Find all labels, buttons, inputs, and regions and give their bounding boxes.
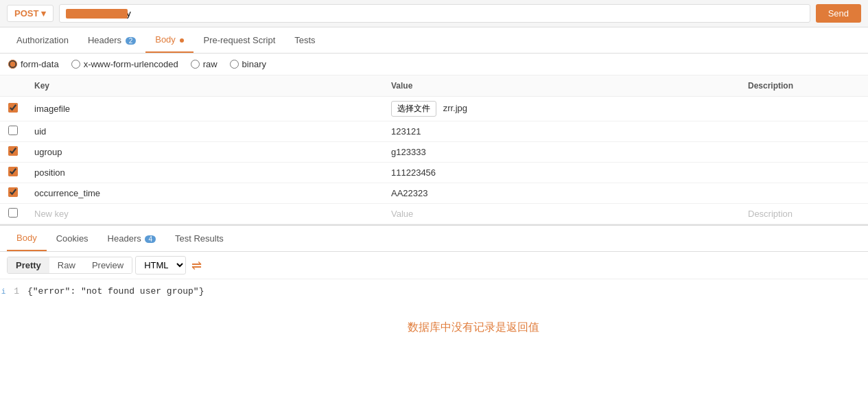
pretty-button[interactable]: Pretty [8, 257, 49, 273]
radio-binary[interactable]: binary [230, 59, 266, 69]
table-row: occurrence_time AA22323 [0, 183, 868, 204]
value-cell-imagefile: 选择文件 zrr.jpg [383, 97, 740, 121]
table-row: ugroup g123333 [0, 142, 868, 163]
new-row: New key Value Description [0, 204, 868, 224]
tab-tests[interactable]: Tests [285, 28, 325, 52]
bottom-tab-headers[interactable]: Headers 4 [98, 226, 165, 250]
key-cell-occurrence-time: occurrence_time [26, 183, 383, 204]
desc-cell-position [740, 163, 868, 183]
row-checkbox-imagefile[interactable] [8, 103, 18, 113]
code-content: {"error": "not found user group"} [27, 286, 204, 296]
value-cell-uid: 123121 [383, 121, 740, 142]
tab-authorization[interactable]: Authorization [7, 28, 78, 52]
code-area: i 1 {"error": "not found user group"} 数据… [0, 279, 868, 382]
new-key-cell[interactable]: New key [26, 204, 383, 224]
url-input-container [59, 4, 810, 23]
choose-file-button[interactable]: 选择文件 [391, 101, 436, 117]
new-desc-cell[interactable]: Description [740, 204, 868, 224]
radio-raw[interactable]: raw [191, 59, 218, 69]
radio-form-data[interactable]: form-data [8, 59, 59, 69]
url-input[interactable] [59, 4, 810, 23]
bottom-headers-badge: 4 [145, 235, 156, 243]
raw-button[interactable]: Raw [49, 257, 84, 273]
th-key: Key [26, 75, 383, 97]
new-value-cell[interactable]: Value [383, 204, 740, 224]
desc-cell-imagefile [740, 97, 868, 121]
desc-cell-occurrence-time [740, 183, 868, 204]
response-toolbar: Pretty Raw Preview HTML JSON XML Text ⇌ [0, 252, 868, 279]
table-row: position 111223456 [0, 163, 868, 183]
headers-badge: 2 [126, 37, 137, 45]
value-cell-position: 111223456 [383, 163, 740, 183]
th-value: Value [383, 75, 740, 97]
th-checkbox [0, 75, 26, 97]
send-button[interactable]: Send [816, 4, 861, 23]
body-type-row: form-data x-www-form-urlencoded raw bina… [0, 54, 868, 75]
body-dot [180, 38, 184, 43]
bottom-tab-nav: Body Cookies Headers 4 Test Results [0, 226, 868, 252]
bottom-tab-cookies[interactable]: Cookies [47, 226, 98, 250]
radio-urlencoded[interactable]: x-www-form-urlencoded [71, 59, 178, 69]
bottom-tab-test-results[interactable]: Test Results [165, 226, 233, 250]
row-checkbox-position[interactable] [8, 167, 18, 176]
row-checkbox-occurrence-time[interactable] [8, 187, 18, 197]
file-name: zrr.jpg [443, 103, 467, 113]
row-checkbox-uid[interactable] [8, 126, 18, 135]
method-selector[interactable]: POST ▾ [7, 5, 54, 22]
preview-button[interactable]: Preview [84, 257, 132, 273]
info-icon: i [1, 288, 6, 296]
annotation-text: 数据库中没有记录是返回值 [408, 320, 539, 335]
new-row-checkbox[interactable] [8, 208, 18, 218]
table-row: uid 123121 [0, 121, 868, 142]
row-checkbox-ugroup[interactable] [8, 146, 18, 156]
form-table: Key Value Description imagefile 选择文件 zrr… [0, 75, 868, 224]
value-cell-ugroup: g123333 [383, 142, 740, 163]
wrap-icon[interactable]: ⇌ [191, 258, 202, 273]
tab-pre-request-script[interactable]: Pre-request Script [193, 28, 285, 52]
url-bar: POST ▾ Send [0, 0, 868, 27]
desc-cell-ugroup [740, 142, 868, 163]
line-number: i 1 [0, 286, 27, 296]
bottom-tab-body[interactable]: Body [7, 226, 47, 251]
key-cell-position: position [26, 163, 383, 183]
key-cell-ugroup: ugroup [26, 142, 383, 163]
desc-cell-uid [740, 121, 868, 142]
method-label: POST [14, 8, 38, 19]
format-select[interactable]: HTML JSON XML Text [135, 256, 186, 274]
value-cell-occurrence-time: AA22323 [383, 183, 740, 204]
method-chevron: ▾ [41, 8, 46, 19]
table-row: imagefile 选择文件 zrr.jpg [0, 97, 868, 121]
bottom-section: Body Cookies Headers 4 Test Results Pret… [0, 224, 868, 382]
tab-headers[interactable]: Headers 2 [78, 28, 145, 52]
pretty-raw-preview-group: Pretty Raw Preview [7, 257, 132, 274]
key-cell-uid: uid [26, 121, 383, 142]
th-description: Description [740, 75, 868, 97]
code-line-1: i 1 {"error": "not found user group"} [0, 286, 868, 296]
top-tab-nav: Authorization Headers 2 Body Pre-request… [0, 27, 868, 54]
key-cell-imagefile: imagefile [26, 97, 383, 121]
tab-body[interactable]: Body [145, 27, 193, 53]
